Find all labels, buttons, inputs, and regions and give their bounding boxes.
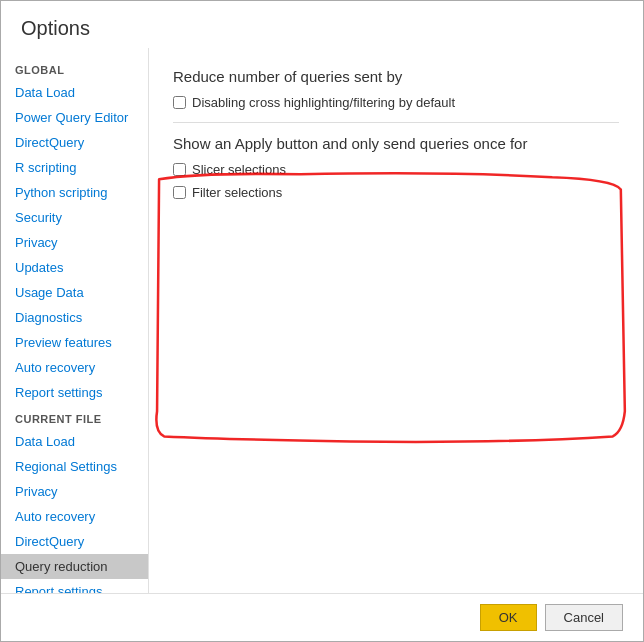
dialog-title: Options xyxy=(1,1,643,48)
sidebar-item-preview-features[interactable]: Preview features xyxy=(1,330,148,355)
dialog-body: GLOBAL Data Load Power Query Editor Dire… xyxy=(1,48,643,593)
sidebar-item-updates[interactable]: Updates xyxy=(1,255,148,280)
checkbox-cross-highlight[interactable] xyxy=(173,96,186,109)
sidebar-item-auto-recovery-current[interactable]: Auto recovery xyxy=(1,504,148,529)
sidebar-item-directquery-current[interactable]: DirectQuery xyxy=(1,529,148,554)
section2: Show an Apply button and only send queri… xyxy=(173,135,619,200)
section2-heading: Show an Apply button and only send queri… xyxy=(173,135,619,152)
checkbox-filter-label[interactable]: Filter selections xyxy=(192,185,282,200)
sidebar-item-data-load-current[interactable]: Data Load xyxy=(1,429,148,454)
sidebar-item-directquery-global[interactable]: DirectQuery xyxy=(1,130,148,155)
checkbox-slicer-selections[interactable] xyxy=(173,163,186,176)
sidebar-item-data-load-global[interactable]: Data Load xyxy=(1,80,148,105)
global-section-header: GLOBAL xyxy=(1,56,148,80)
annotation-scribble xyxy=(149,48,643,593)
checkbox-slicer-label[interactable]: Slicer selections xyxy=(192,162,286,177)
sidebar-item-security[interactable]: Security xyxy=(1,205,148,230)
sidebar-item-python-scripting[interactable]: Python scripting xyxy=(1,180,148,205)
main-content: Reduce number of queries sent by Disabli… xyxy=(149,48,643,593)
checkbox-row-slicer: Slicer selections xyxy=(173,162,619,177)
options-dialog: Options GLOBAL Data Load Power Query Edi… xyxy=(0,0,644,642)
sidebar-item-auto-recovery-global[interactable]: Auto recovery xyxy=(1,355,148,380)
checkbox-row-filter: Filter selections xyxy=(173,185,619,200)
section1-heading: Reduce number of queries sent by xyxy=(173,68,619,85)
sidebar-item-regional-settings[interactable]: Regional Settings xyxy=(1,454,148,479)
sidebar-item-power-query-editor[interactable]: Power Query Editor xyxy=(1,105,148,130)
section1: Reduce number of queries sent by Disabli… xyxy=(173,68,619,110)
section-divider xyxy=(173,122,619,123)
sidebar-item-privacy-current[interactable]: Privacy xyxy=(1,479,148,504)
sidebar-item-report-settings-global[interactable]: Report settings xyxy=(1,380,148,405)
dialog-footer: OK Cancel xyxy=(1,593,643,641)
sidebar-item-report-settings-current[interactable]: Report settings xyxy=(1,579,148,593)
checkbox-row-cross-highlight: Disabling cross highlighting/filtering b… xyxy=(173,95,619,110)
checkbox-cross-highlight-label[interactable]: Disabling cross highlighting/filtering b… xyxy=(192,95,455,110)
checkbox-filter-selections[interactable] xyxy=(173,186,186,199)
sidebar-item-diagnostics[interactable]: Diagnostics xyxy=(1,305,148,330)
cancel-button[interactable]: Cancel xyxy=(545,604,623,631)
sidebar-item-query-reduction[interactable]: Query reduction xyxy=(1,554,148,579)
current-file-section-header: CURRENT FILE xyxy=(1,405,148,429)
sidebar: GLOBAL Data Load Power Query Editor Dire… xyxy=(1,48,149,593)
sidebar-item-usage-data[interactable]: Usage Data xyxy=(1,280,148,305)
sidebar-item-r-scripting[interactable]: R scripting xyxy=(1,155,148,180)
ok-button[interactable]: OK xyxy=(480,604,537,631)
sidebar-item-privacy-global[interactable]: Privacy xyxy=(1,230,148,255)
